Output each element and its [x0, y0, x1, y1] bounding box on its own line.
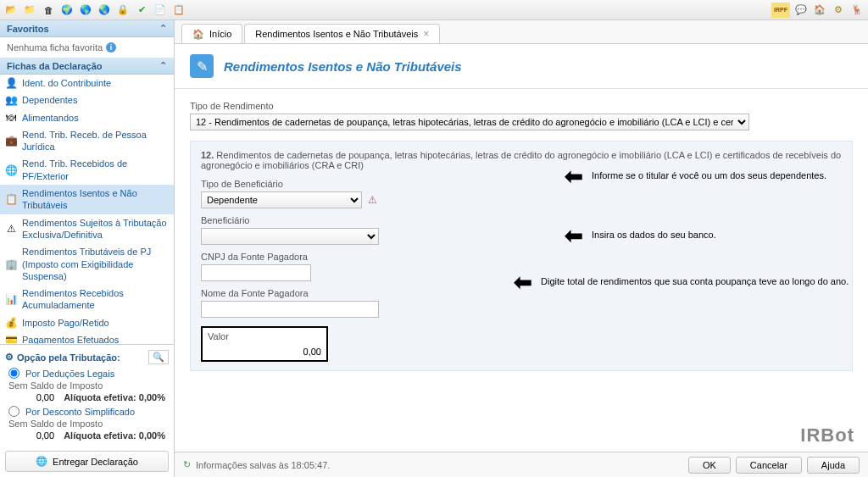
ficha-icon: 💳: [5, 334, 17, 344]
info-icon[interactable]: i: [106, 42, 116, 53]
folder-open-icon[interactable]: 📂: [3, 3, 19, 18]
ok-button[interactable]: OK: [688, 457, 731, 474]
sidebar: Favoritos ⌃ Nenhuma ficha favorita i Fic…: [0, 20, 175, 477]
ficha-icon: ⚠: [5, 223, 17, 235]
fichas-list: 👤Ident. do Contribuinte👥Dependentes🍽Alim…: [0, 75, 174, 344]
collapse-icon[interactable]: ⌃: [159, 23, 167, 34]
radio-desconto[interactable]: Por Desconto Simplificado: [5, 404, 169, 419]
chat-icon[interactable]: 💬: [793, 3, 809, 18]
sidebar-item[interactable]: 🌐Rend. Trib. Recebidos de PF/Exterior: [0, 155, 174, 185]
footer: ↻ Informações salvas às 18:05:47. OK Can…: [175, 452, 868, 477]
tabs: 🏠 Início Rendimentos Isentos e Não Tribu…: [175, 20, 868, 44]
ficha-icon: 👥: [5, 94, 17, 106]
trash-icon[interactable]: 🗑: [41, 3, 56, 18]
footer-status: Informações salvas às 18:05:47.: [196, 460, 330, 470]
sidebar-item[interactable]: 💰Imposto Pago/Retido: [0, 314, 174, 331]
globe-icon[interactable]: 🌏: [97, 3, 112, 18]
content: 🏠 Início Rendimentos Isentos e Não Tribu…: [175, 20, 868, 477]
ficha-icon: 🍽: [5, 112, 17, 124]
sidebar-item[interactable]: 👤Ident. do Contribuinte: [0, 75, 174, 92]
entregar-button[interactable]: 🌐 Entregar Declaração: [5, 451, 169, 472]
ficha-label: Rendimentos Recebidos Acumuladamente: [22, 287, 169, 312]
sidebar-item[interactable]: 🏢Rendimentos Tributáveis de PJ (Imposto …: [0, 243, 174, 285]
aliquota-2: Alíquota efetiva: 0,00%: [64, 430, 165, 441]
tab-inicio-label: Início: [209, 29, 231, 39]
check-icon[interactable]: ✔: [134, 3, 149, 18]
radio-deducoes-input[interactable]: [8, 368, 19, 379]
desconto-label: Por Desconto Simplificado: [25, 407, 135, 417]
opcao-tributacao: ⚙ Opção pela Tributação: 🔍 Por Deduções …: [0, 344, 174, 446]
annotation-4: ⬅ Digite total de rendimentos que sua co…: [514, 271, 849, 293]
valor-1: 0,00: [36, 392, 54, 402]
ficha-label: Rendimentos Sujeitos à Tributação Exclus…: [22, 217, 169, 241]
globe-x-icon[interactable]: 🌎: [78, 3, 93, 18]
radio-desconto-input[interactable]: [8, 406, 19, 417]
irpf-icon[interactable]: IRPF: [771, 3, 790, 18]
fichas-title: Fichas da Declaração: [7, 61, 103, 71]
collapse-icon[interactable]: ⌃: [159, 60, 167, 71]
aliquota-1: Alíquota efetiva: 0,00%: [64, 392, 165, 402]
cancelar-button[interactable]: Cancelar: [736, 457, 802, 474]
ficha-icon: 📊: [5, 293, 17, 305]
cnpj-input[interactable]: [201, 264, 311, 281]
opcao-title: Opção pela Tributação:: [17, 352, 120, 363]
sidebar-item[interactable]: 🍽Alimentandos: [0, 109, 174, 126]
watermark: IRBot: [800, 424, 854, 446]
ficha-icon: 💼: [5, 135, 17, 147]
favoritos-title: Favoritos: [7, 24, 49, 34]
sidebar-item[interactable]: 👥Dependentes: [0, 92, 174, 108]
ficha-icon: 💰: [5, 317, 17, 329]
sidebar-item[interactable]: 💼Rend. Trib. Receb. de Pessoa Jurídica: [0, 126, 174, 156]
favoritos-header[interactable]: Favoritos ⌃: [0, 20, 174, 37]
tab-rendimentos[interactable]: Rendimentos Isentos e Não Tributáveis ×: [244, 24, 440, 43]
ficha-icon: 🌐: [5, 164, 17, 176]
globe-icon: 🌐: [36, 456, 47, 467]
close-icon[interactable]: ×: [423, 28, 429, 40]
nome-fonte-input[interactable]: [201, 301, 379, 318]
clipboard-icon[interactable]: 📋: [171, 3, 186, 18]
annotation-2: ⬅ Informe se o titular é você ou um dos …: [565, 165, 846, 187]
valor-value[interactable]: 0,00: [208, 341, 321, 357]
top-toolbar: 📂 📁 🗑 🌍 🌎 🌏 🔒 ✔ 📄 📋 IRPF 💬 🏠 ⚙ 🦌: [0, 0, 868, 20]
sidebar-item[interactable]: 📋Rendimentos Isentos e Não Tributáveis: [0, 185, 174, 214]
sidebar-item[interactable]: ⚠Rendimentos Sujeitos à Tributação Exclu…: [0, 214, 174, 244]
beneficiario-select[interactable]: [201, 228, 379, 245]
globe-arrow-icon[interactable]: 🌍: [59, 3, 75, 18]
fichas-header[interactable]: Fichas da Declaração ⌃: [0, 58, 174, 75]
valor-label: Valor: [208, 331, 321, 341]
ajuda-button[interactable]: Ajuda: [807, 457, 860, 474]
gear-icon: ⚙: [5, 352, 14, 363]
tipo-rendimento-select[interactable]: 12 - Rendimentos de cadernetas de poupan…: [190, 114, 749, 130]
home-icon[interactable]: 🏠: [812, 3, 827, 18]
tab-inicio[interactable]: 🏠 Início: [181, 24, 242, 43]
radio-deducoes[interactable]: Por Deduções Legais: [5, 366, 169, 380]
deer-icon[interactable]: 🦌: [849, 3, 865, 18]
sem-saldo-2: Sem Saldo de Imposto: [5, 419, 169, 429]
annotation-3: ⬅ Insira os dados do seu banco.: [565, 225, 727, 247]
tipo-beneficiario-select[interactable]: Dependente: [201, 191, 362, 208]
ficha-icon: 👤: [5, 77, 17, 89]
search-icon[interactable]: 🔍: [148, 350, 169, 364]
home-icon: 🏠: [192, 29, 204, 40]
deducoes-label: Por Deduções Legais: [25, 369, 114, 379]
arrow-left-icon: ⬅: [565, 165, 583, 187]
arrow-left-icon: ⬅: [514, 271, 532, 293]
tab-rendimentos-label: Rendimentos Isentos e Não Tributáveis: [255, 29, 418, 39]
arrow-left-icon: ⬅: [565, 225, 583, 247]
annotation-4-text: Digite total de rendimentos que sua cont…: [541, 276, 849, 287]
gear-icon[interactable]: ⚙: [831, 3, 846, 18]
ficha-label: Rendimentos Isentos e Não Tributáveis: [22, 187, 169, 212]
ficha-label: Ident. do Contribuinte: [22, 77, 169, 89]
lock-icon[interactable]: 🔒: [115, 3, 131, 18]
document-icon[interactable]: 📄: [153, 3, 168, 18]
folder-closed-icon[interactable]: 📁: [22, 3, 37, 18]
page-icon: ✎: [190, 54, 214, 78]
ficha-label: Rend. Trib. Receb. de Pessoa Jurídica: [22, 129, 169, 153]
ficha-label: Alimentandos: [22, 112, 169, 124]
sidebar-item[interactable]: 📊Rendimentos Recebidos Acumuladamente: [0, 285, 174, 314]
favoritos-empty-label: Nenhuma ficha favorita: [7, 42, 103, 53]
ficha-label: Rendimentos Tributáveis de PJ (Imposto c…: [22, 246, 169, 282]
valor-2: 0,00: [36, 430, 54, 441]
refresh-icon[interactable]: ↻: [183, 459, 191, 470]
sidebar-item[interactable]: 💳Pagamentos Efetuados: [0, 331, 174, 344]
